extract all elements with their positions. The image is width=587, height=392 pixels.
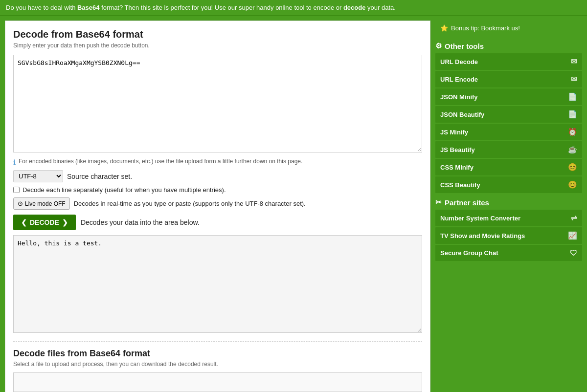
partner-label-tv-ratings: TV Show and Movie Ratings: [440, 232, 525, 240]
info-box: ℹ For encoded binaries (like images, doc…: [13, 158, 422, 166]
live-mode-row: ⊙ Live mode OFF Decodes in real-time as …: [13, 197, 422, 210]
tools-list: URL Decode ✉ URL Encode ✉ JSON Minify 📄 …: [435, 53, 582, 193]
partner-item-tv-ratings[interactable]: TV Show and Movie Ratings 📈: [435, 227, 582, 244]
partner-label-number-system: Number System Converter: [440, 215, 520, 222]
decode-btn-row: ❮ DECODE ❯ Decodes your data into the ar…: [13, 215, 422, 230]
tool-item-css-beautify[interactable]: CSS Beautify 😊: [435, 176, 582, 193]
live-mode-label: Live mode OFF: [25, 200, 66, 207]
live-mode-button[interactable]: ⊙ Live mode OFF: [13, 197, 70, 210]
tool-label-json-minify: JSON Minify: [440, 93, 478, 101]
tool-item-url-encode[interactable]: URL Encode ✉: [435, 71, 582, 87]
gear-icon: ⚙: [435, 42, 442, 50]
tool-item-js-beautify[interactable]: JS Beautify ☕: [435, 141, 582, 158]
partners-list: Number System Converter ⇌ TV Show and Mo…: [435, 210, 582, 261]
banner-bold2: decode: [343, 4, 366, 11]
partner-label-secure-chat: Secure Group Chat: [440, 249, 498, 257]
tool-item-css-minify[interactable]: CSS Minify 😊: [435, 159, 582, 175]
url-encode-icon: ✉: [571, 75, 577, 84]
tool-item-json-beautify[interactable]: JSON Beautify 📄: [435, 106, 582, 123]
number-system-icon: ⇌: [571, 214, 577, 222]
output-textarea[interactable]: Hello, this is a test.: [13, 235, 422, 333]
decode-btn-label: DECODE: [30, 218, 59, 226]
tv-ratings-icon: 📈: [568, 231, 577, 240]
other-tools-label: Other tools: [445, 42, 484, 50]
banner-bold1: Base64: [77, 4, 100, 11]
css-beautify-icon: 😊: [568, 180, 577, 189]
file-upload-area[interactable]: [13, 372, 422, 392]
content-area: Decode from Base64 format Simply enter y…: [5, 21, 430, 392]
page-title: Decode from Base64 format: [13, 29, 422, 40]
tool-item-url-decode[interactable]: URL Decode ✉: [435, 53, 582, 70]
input-textarea[interactable]: SGVsbG8sIHRoaXMgaXMgYSB0ZXN0Lg==: [13, 55, 422, 152]
bonus-tip-text: Bonus tip: Bookmark us!: [451, 24, 520, 32]
charset-select[interactable]: UTF-8 ISO-8859-1 ASCII: [13, 170, 63, 182]
bonus-tip: ⭐ Bonus tip: Bookmark us!: [435, 21, 582, 36]
toggle-icon: ⊙: [18, 200, 23, 207]
partner-icon: ✂: [435, 198, 442, 207]
json-beautify-icon: 📄: [568, 110, 577, 119]
banner-text: Do you have to deal with Base64 format? …: [6, 4, 396, 11]
js-minify-icon: ⏰: [568, 128, 577, 136]
css-minify-icon: 😊: [568, 163, 577, 172]
decode-btn-desc: Decodes your data into the area below.: [81, 218, 200, 226]
tool-label-css-minify: CSS Minify: [440, 164, 474, 171]
decode-button[interactable]: ❮ DECODE ❯: [13, 215, 76, 230]
tool-label-url-decode: URL Decode: [440, 58, 478, 65]
decode-lines-checkbox[interactable]: [13, 187, 20, 193]
tool-label-url-encode: URL Encode: [440, 76, 478, 83]
files-section-title: Decode files from Base64 format: [13, 348, 422, 359]
partner-item-number-system[interactable]: Number System Converter ⇌: [435, 210, 582, 226]
secure-chat-icon: 🛡: [570, 249, 577, 257]
charset-label: Source character set.: [67, 173, 132, 180]
info-icon: ℹ: [13, 158, 16, 166]
tool-label-js-beautify: JS Beautify: [440, 146, 475, 153]
tool-label-css-beautify: CSS Beautify: [440, 181, 480, 189]
tool-item-json-minify[interactable]: JSON Minify 📄: [435, 88, 582, 105]
partner-sites-header: ✂ Partner sites: [435, 194, 582, 210]
json-minify-icon: 📄: [568, 92, 577, 101]
main-layout: Decode from Base64 format Simply enter y…: [0, 16, 587, 392]
url-decode-icon: ✉: [571, 57, 577, 66]
charset-row: UTF-8 ISO-8859-1 ASCII Source character …: [13, 170, 422, 182]
tool-label-js-minify: JS Minify: [440, 129, 468, 136]
partner-sites-label: Partner sites: [445, 198, 489, 207]
checkbox-label: Decode each line separately (useful for …: [23, 186, 226, 194]
page-subtitle: Simply enter your data then push the dec…: [13, 42, 422, 49]
checkbox-row: Decode each line separately (useful for …: [13, 186, 422, 194]
decode-arrow-left: ❮: [21, 218, 27, 226]
star-icon: ⭐: [440, 24, 448, 32]
info-text: For encoded binaries (like images, docum…: [19, 158, 302, 165]
js-beautify-icon: ☕: [568, 145, 577, 154]
decode-arrow-right: ❯: [62, 218, 68, 226]
tool-label-json-beautify: JSON Beautify: [440, 111, 484, 118]
sidebar: ⭐ Bonus tip: Bookmark us! ⚙ Other tools …: [435, 21, 582, 262]
divider: [13, 341, 422, 342]
files-section-subtitle: Select a file to upload and process, the…: [13, 361, 422, 368]
other-tools-header: ⚙ Other tools: [435, 40, 582, 53]
tool-item-js-minify[interactable]: JS Minify ⏰: [435, 124, 582, 140]
top-banner: Do you have to deal with Base64 format? …: [0, 0, 587, 16]
live-mode-desc: Decodes in real-time as you type or past…: [74, 200, 306, 207]
partner-item-secure-chat[interactable]: Secure Group Chat 🛡: [435, 245, 582, 261]
